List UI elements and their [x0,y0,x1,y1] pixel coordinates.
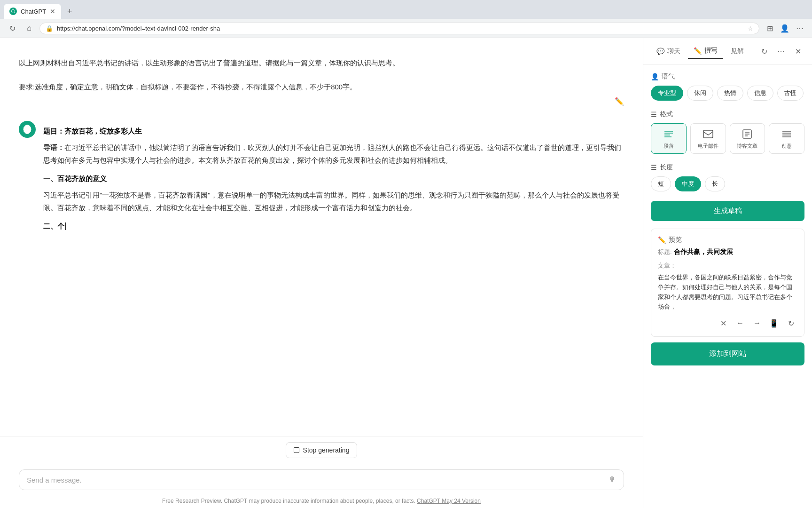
new-tab-button[interactable]: + [63,5,76,18]
preview-title-value: 合作共赢，共同发展 [674,248,733,257]
length-long[interactable]: 长 [705,176,725,191]
length-icon: ☰ [651,164,657,171]
more-button[interactable]: ⋯ [793,22,806,35]
chatgpt-avatar [19,121,36,138]
response-intro: 导语：在习近平总书记的讲话中，他以简洁明了的语言告诉我们，吹灭别人的灯并不会让自… [43,141,624,167]
format-email[interactable]: 电子邮件 [690,123,726,154]
tone-section: 👤 语气 专业型 休闲 热情 信息 [651,72,804,101]
address-bar: ↻ ⌂ 🔒 https://chat.openai.com/?model=tex… [0,19,812,38]
browser-toolbar-icons: ⊞ 👤 ⋯ [763,22,806,35]
tone-chip-casual[interactable]: 休闲 [687,86,713,101]
panel-body: 👤 语气 专业型 休闲 热情 信息 [643,65,812,508]
chat-area: 以上网则材料出自习近平总书记的讲话，以生动形象的语言说出了普遍的道理。请据此与一… [0,38,643,508]
right-panel: 💬 聊天 ✏️ 撰写 见解 ↻ ⋯ ✕ 👤 语气 [643,38,812,508]
response-content: 题目：齐放百花，绽放多彩人生 导语：在习近平总书记的讲话中，他以简洁明了的语言告… [43,121,624,236]
panel-header: 💬 聊天 ✏️ 撰写 见解 ↻ ⋯ ✕ [643,38,812,65]
chat-tab-icon: 💬 [656,48,664,55]
panel-header-right: ↻ ⋯ ✕ [757,45,804,58]
add-to-site-button[interactable]: 添加到网站 [651,342,804,365]
tab-insights[interactable]: 见解 [725,44,750,58]
panel-close-button[interactable]: ✕ [791,45,804,58]
compose-tab-icon: ✏️ [694,47,702,55]
panel-more-button[interactable]: ⋯ [774,45,788,58]
tone-chip-informational[interactable]: 信息 [747,86,773,101]
preview-title-label: 标题: [658,248,672,256]
preview-label-text: 预览 [669,236,682,244]
creative-icon [780,127,793,141]
mic-icon[interactable]: 🎙 [609,476,616,484]
chat-tab-label: 聊天 [667,47,680,56]
stop-button-label: Stop generating [303,446,350,454]
tone-chips: 专业型 休闲 热情 信息 古怪 [651,86,804,101]
edit-prompt-button[interactable]: ✏️ [615,97,624,106]
tab-compose[interactable]: ✏️ 撰写 [688,44,723,59]
browser-chrome: ChatGPT ✕ + ↻ ⌂ 🔒 https://chat.openai.co… [0,0,812,38]
tab-close-button[interactable]: ✕ [50,8,55,15]
url-bar[interactable]: 🔒 https://chat.openai.com/?model=text-da… [39,23,759,34]
disclaimer-text: Free Research Preview. ChatGPT may produ… [162,498,415,504]
preview-article-row: 文章： [658,261,797,270]
insights-tab-label: 见解 [731,47,744,56]
stop-generating-bar: Stop generating [0,436,643,464]
preview-forward-button[interactable]: → [750,317,764,330]
stop-generating-button[interactable]: Stop generating [286,442,358,458]
url-text: https://chat.openai.com/?model=text-davi… [57,25,744,32]
length-label: ☰ 长度 [651,163,804,172]
disclaimer: Free Research Preview. ChatGPT may produ… [0,494,643,508]
typing-cursor [65,222,66,230]
compose-tab-label: 撰写 [704,47,718,55]
active-tab[interactable]: ChatGPT ✕ [4,4,61,19]
tab-bar: ChatGPT ✕ + [0,0,812,19]
preview-actions: ✕ ← → 📱 ↻ [658,317,797,330]
tab-title: ChatGPT [21,8,46,15]
svg-rect-4 [703,130,713,138]
account-button[interactable]: 👤 [778,22,791,35]
tab-favicon [9,8,17,15]
format-label: ☰ 格式 [651,110,804,119]
preview-icon: ✏️ [658,236,666,244]
tone-chip-funny[interactable]: 古怪 [777,86,804,101]
prompt-text: 以上网则材料出自习近平总书记的讲话，以生动形象的语言说出了普遍的道理。请据此与一… [19,57,624,93]
disclaimer-link[interactable]: ChatGPT May 24 Version [417,498,481,504]
format-paragraph-label: 段落 [664,143,674,150]
prompt-line-1: 以上网则材料出自习近平总书记的讲话，以生动形象的语言说出了普遍的道理。请据此与一… [19,59,399,67]
preview-article-text: 在当今世界，各国之间的联系日益紧密，合作与竞争并存。如何处理好自己与他人的关系，… [658,273,797,312]
tone-chip-professional[interactable]: 专业型 [651,86,683,101]
star-icon: ☆ [748,25,753,32]
panel-refresh-button[interactable]: ↻ [757,45,771,58]
prompt-actions: ✏️ [19,97,624,106]
format-section: ☰ 格式 段落 [651,110,804,154]
main-layout: 以上网则材料出自习近平总书记的讲话，以生动形象的语言说出了普遍的道理。请据此与一… [0,38,812,508]
stop-icon [294,447,299,453]
response-block: 题目：齐放百花，绽放多彩人生 导语：在习近平总书记的讲话中，他以简洁明了的语言告… [19,121,624,236]
blog-icon [741,127,754,141]
tab-chat[interactable]: 💬 聊天 [651,44,686,58]
chat-messages: 以上网则材料出自习近平总书记的讲话，以生动形象的语言说出了普遍的道理。请据此与一… [0,38,643,436]
format-paragraph[interactable]: 段落 [651,123,687,154]
reload-button[interactable]: ↻ [6,22,19,35]
section2-prefix: 二、个 [43,220,624,232]
preview-refresh-button[interactable]: ↻ [784,317,797,330]
length-section: ☰ 长度 短 中度 长 [651,163,804,191]
tone-icon: 👤 [651,73,659,80]
preview-back-button[interactable]: ← [734,317,747,330]
lock-icon: 🔒 [46,25,53,32]
extensions-button[interactable]: ⊞ [763,22,776,35]
prompt-line-2: 要求:选准角度，确定立意，明确文体，自拟标题，不要套作，不得抄袭，不得泄露个人信… [19,83,357,91]
length-medium[interactable]: 中度 [675,176,701,191]
format-grid: 段落 电子邮件 [651,123,804,154]
preview-close-button[interactable]: ✕ [717,317,730,330]
home-button[interactable]: ⌂ [23,22,36,35]
tone-chip-enthusiastic[interactable]: 热情 [717,86,743,101]
format-email-label: 电子邮件 [698,143,718,150]
input-box[interactable]: Send a message. 🎙 [19,469,624,490]
paragraph-icon [662,127,675,141]
generate-draft-button[interactable]: 生成草稿 [651,201,804,221]
preview-mobile-button[interactable]: 📱 [767,317,781,330]
length-short[interactable]: 短 [651,176,671,191]
format-creative[interactable]: 创意 [769,123,804,154]
preview-label: ✏️ 预览 [658,236,797,244]
format-blog[interactable]: 博客文章 [730,123,765,154]
email-icon [702,127,715,141]
preview-article-label: 文章： [658,262,676,269]
